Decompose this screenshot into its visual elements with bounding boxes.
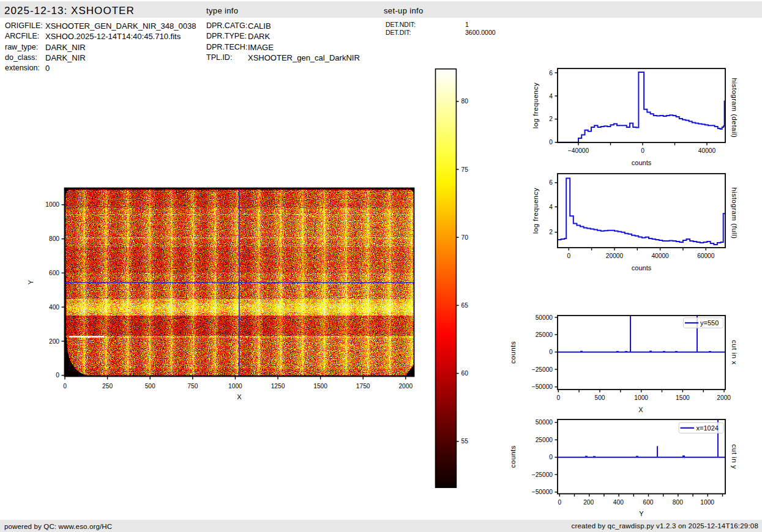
svg-text:60000: 60000 — [697, 253, 715, 259]
svg-text:0: 0 — [56, 372, 59, 379]
svg-text:1500: 1500 — [313, 383, 327, 390]
svg-text:cut in x: cut in x — [731, 340, 738, 364]
svg-text:70: 70 — [461, 234, 469, 241]
svg-text:50000: 50000 — [536, 419, 553, 426]
svg-text:4: 4 — [549, 204, 553, 210]
svg-text:−50000: −50000 — [532, 489, 553, 495]
svg-text:histogram (detail): histogram (detail) — [731, 78, 738, 138]
svg-text:0: 0 — [567, 253, 570, 259]
svg-text:2000: 2000 — [717, 394, 731, 401]
svg-text:200: 200 — [49, 338, 59, 345]
svg-text:log frequency: log frequency — [532, 83, 539, 129]
svg-text:750: 750 — [187, 383, 198, 390]
svg-text:counts: counts — [509, 445, 517, 468]
svg-text:800: 800 — [673, 499, 683, 506]
svg-text:0: 0 — [63, 383, 67, 390]
svg-text:counts: counts — [632, 159, 652, 166]
svg-text:0: 0 — [549, 349, 553, 355]
svg-text:75: 75 — [461, 166, 469, 173]
svg-text:2: 2 — [549, 229, 553, 235]
svg-text:6: 6 — [549, 179, 553, 186]
svg-text:Y: Y — [639, 510, 644, 517]
svg-text:Y: Y — [27, 279, 34, 284]
svg-text:−50000: −50000 — [532, 383, 553, 390]
svg-text:800: 800 — [49, 235, 59, 242]
svg-text:histogram (full): histogram (full) — [731, 187, 738, 238]
svg-text:40000: 40000 — [651, 253, 669, 259]
svg-text:80: 80 — [461, 98, 469, 105]
svg-text:4: 4 — [549, 93, 553, 100]
svg-text:−25000: −25000 — [532, 366, 553, 373]
svg-text:0: 0 — [549, 139, 553, 146]
svg-text:250: 250 — [102, 383, 113, 390]
svg-text:500: 500 — [595, 394, 605, 401]
svg-text:400: 400 — [613, 499, 624, 506]
svg-text:cut in y: cut in y — [731, 445, 738, 469]
svg-text:200: 200 — [583, 499, 594, 506]
svg-text:500: 500 — [145, 383, 155, 390]
svg-text:X: X — [638, 406, 643, 413]
svg-text:6: 6 — [549, 70, 553, 76]
svg-text:counts: counts — [509, 341, 517, 364]
svg-text:x=1024: x=1024 — [697, 424, 719, 432]
svg-text:1500: 1500 — [676, 394, 690, 401]
svg-text:counts: counts — [632, 264, 652, 272]
svg-text:1750: 1750 — [356, 383, 370, 390]
svg-text:−25000: −25000 — [532, 471, 553, 478]
svg-text:55: 55 — [461, 438, 469, 445]
svg-text:y=550: y=550 — [700, 319, 719, 327]
svg-text:−40000: −40000 — [568, 147, 589, 154]
svg-text:50000: 50000 — [536, 314, 553, 321]
svg-text:2000: 2000 — [398, 383, 413, 390]
svg-text:0: 0 — [556, 394, 560, 401]
svg-text:20000: 20000 — [606, 253, 624, 259]
svg-text:60: 60 — [461, 370, 469, 377]
svg-text:0: 0 — [558, 499, 561, 506]
svg-text:X: X — [237, 393, 242, 401]
svg-text:2: 2 — [549, 116, 553, 122]
svg-text:400: 400 — [49, 304, 59, 311]
svg-text:600: 600 — [49, 270, 59, 276]
svg-text:1000: 1000 — [228, 383, 242, 390]
svg-text:65: 65 — [461, 302, 469, 309]
svg-text:1250: 1250 — [271, 383, 285, 390]
svg-text:log frequency: log frequency — [532, 188, 539, 234]
svg-text:1000: 1000 — [700, 499, 714, 506]
svg-text:40000: 40000 — [698, 147, 716, 154]
svg-text:25000: 25000 — [536, 437, 553, 443]
svg-text:1000: 1000 — [634, 394, 648, 401]
svg-text:600: 600 — [643, 499, 654, 506]
svg-text:25000: 25000 — [536, 331, 553, 338]
svg-text:1000: 1000 — [45, 201, 59, 208]
svg-text:0: 0 — [549, 454, 553, 460]
svg-text:0: 0 — [641, 147, 644, 154]
